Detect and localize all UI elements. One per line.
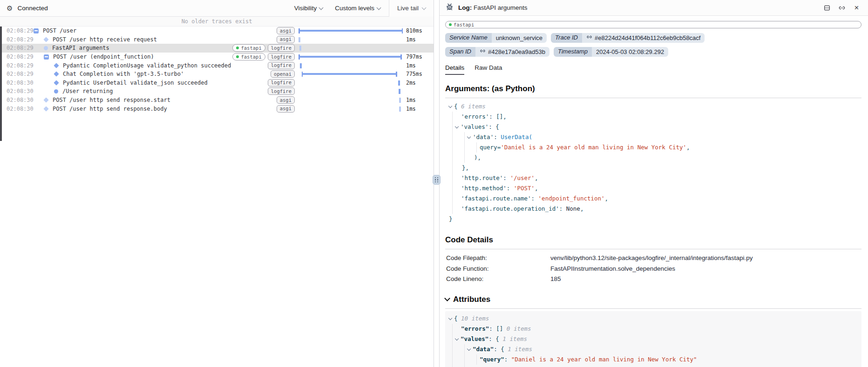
detail-kind-label: Log: xyxy=(458,4,472,11)
expand-chevron-icon[interactable] xyxy=(448,104,452,108)
code-token: }, xyxy=(462,164,469,171)
meta-chip-text: #428e17a0ea9ad53b xyxy=(488,48,545,55)
row-span: POST /user http receive request xyxy=(34,36,277,43)
no-older-traces-banner: No older traces exist xyxy=(0,17,434,27)
arguments-heading: Arguments: (as Python) xyxy=(445,84,861,93)
code-line: "errors": [] 0 items xyxy=(449,324,861,334)
badge-label: logfire xyxy=(271,80,292,85)
badge-label: fastapi xyxy=(241,54,261,60)
row-timestamp: 02:08:29 xyxy=(7,27,34,34)
row-badges: asgi xyxy=(277,105,295,113)
copy-link-icon[interactable] xyxy=(838,4,846,12)
code-token: : { xyxy=(488,335,502,342)
row-timestamp: 02:08:30 xyxy=(7,106,34,112)
indent-guide xyxy=(452,153,453,163)
duration-tick xyxy=(399,89,400,94)
meta-chip-trace-id[interactable]: Trace ID#e8224d24d41f064b112c6eb9cb58cac… xyxy=(551,33,705,43)
minus-square-icon xyxy=(34,28,39,33)
trace-row[interactable]: 02:08:29POST /user http receive requesta… xyxy=(0,35,434,44)
duration-bar-track xyxy=(298,88,403,94)
tab-details[interactable]: Details xyxy=(445,64,464,75)
visibility-menu[interactable]: Visibility xyxy=(294,5,323,12)
panel-resize-handle[interactable] xyxy=(433,175,441,185)
metadata-chips: Service Nameunknown_serviceTrace ID#e822… xyxy=(445,33,808,57)
row-timestamp: 02:08:29 xyxy=(7,71,34,77)
badge-label: asgi xyxy=(280,28,292,33)
trace-row[interactable]: 02:08:29POST /userasgi810ms xyxy=(0,27,434,35)
code-line: ), xyxy=(449,153,861,163)
row-span-name: POST /user http send response.start xyxy=(53,97,170,103)
code-token: , xyxy=(686,144,690,151)
custom-levels-menu[interactable]: Custom levels xyxy=(335,5,380,12)
trace-row[interactable]: 02:08:29POST /user (endpoint_function)fa… xyxy=(0,53,434,61)
row-duration: 797ms xyxy=(403,53,430,60)
meta-chip-label: Service Name xyxy=(445,33,492,43)
code-line: "values": { 1 items xyxy=(449,334,861,344)
duration-tick xyxy=(298,37,300,42)
code-token: 'endpoint_function' xyxy=(538,195,605,202)
code-detail-value: 185 xyxy=(550,274,861,285)
code-line: query='Daniel is a 24 year old man livin… xyxy=(449,142,861,153)
indent-guide xyxy=(464,142,465,153)
trace-row[interactable]: 02:08:30Pydantic UserDetail validate_jso… xyxy=(0,79,434,87)
fastapi-tag-badge[interactable]: fastapi xyxy=(445,21,861,28)
collapse-chevron-icon[interactable] xyxy=(444,295,450,301)
meta-chip-value[interactable]: #428e17a0ea9ad53b xyxy=(475,47,549,57)
bug-icon xyxy=(445,2,454,13)
trace-row[interactable]: 02:08:29Pydantic CompletionUsage validat… xyxy=(0,61,434,70)
left-toolbar: ⚙ Connected Visibility Custom levels Liv… xyxy=(0,0,434,17)
tab-raw-data[interactable]: Raw Data xyxy=(475,64,502,75)
trace-row[interactable]: 02:08:29Chat Completion with 'gpt-3.5-tu… xyxy=(0,70,434,79)
row-duration: 775ms xyxy=(403,71,430,77)
expand-chevron-icon[interactable] xyxy=(455,125,459,128)
live-tail-toggle[interactable]: Live tail xyxy=(389,0,434,17)
indent-guide xyxy=(452,132,453,142)
indent-guide xyxy=(452,365,453,367)
split-panel-icon[interactable] xyxy=(823,4,831,12)
indent-guide xyxy=(452,354,453,365)
indent-guide xyxy=(452,183,453,194)
code-token: : xyxy=(494,133,501,140)
row-badges: fastapilogfire xyxy=(232,44,295,52)
code-token: , xyxy=(605,195,609,202)
expand-chevron-icon[interactable] xyxy=(467,347,471,350)
trace-row[interactable]: 02:08:30/User returninglogfire xyxy=(0,87,434,96)
badge-label: asgi xyxy=(280,36,292,42)
code-line: 'data': UserData( xyxy=(449,132,861,142)
close-icon[interactable]: × xyxy=(853,4,861,12)
expand-chevron-icon[interactable] xyxy=(467,135,471,139)
fastapi-badge: fastapi xyxy=(232,44,265,52)
code-token: : xyxy=(489,325,496,332)
code-detail-value: venv/lib/python3.12/site-packages/logfir… xyxy=(550,253,861,264)
left-scrollbar-thumb[interactable] xyxy=(0,27,2,141)
meta-chip-span-id[interactable]: Span ID#428e17a0ea9ad53b xyxy=(445,47,549,57)
code-line: }, xyxy=(449,163,861,173)
logfire-app: ⚙ Connected Visibility Custom levels Liv… xyxy=(0,0,868,367)
trace-row[interactable]: 02:08:30POST /user http send response.st… xyxy=(0,96,434,105)
row-span: Pydantic CompletionUsage validate_python… xyxy=(34,62,268,69)
expand-chevron-icon[interactable] xyxy=(448,316,452,320)
settings-gear-icon[interactable]: ⚙ xyxy=(7,5,13,12)
code-details-rows: Code Filepath:venv/lib/python3.12/site-p… xyxy=(445,249,861,286)
code-token: , xyxy=(580,205,584,212)
duration-tick xyxy=(399,107,401,112)
trace-row[interactable]: 02:08:30POST /user http send response.bo… xyxy=(0,104,434,113)
indent-guide xyxy=(452,163,453,173)
indent-guide xyxy=(476,354,477,365)
trace-row[interactable]: 02:08:29FastAPI argumentsfastapilogfire xyxy=(0,44,434,53)
row-timestamp: 02:08:29 xyxy=(7,45,34,51)
expand-chevron-icon[interactable] xyxy=(455,336,459,340)
code-token: : xyxy=(531,195,538,202)
indent-guide xyxy=(464,365,465,367)
row-duration: 1ms xyxy=(403,106,430,112)
indent-guide xyxy=(452,324,453,334)
diamond-icon xyxy=(54,63,59,68)
badge-label: logfire xyxy=(271,88,292,94)
duration-bar xyxy=(298,56,402,58)
row-span-name: POST /user xyxy=(43,27,76,34)
code-detail-row: Code Function:FastAPIInstrumentation.sol… xyxy=(446,264,861,274)
meta-chip-text: unknown_service xyxy=(496,34,542,41)
row-duration: 1ms xyxy=(403,62,430,69)
code-token: 'data' xyxy=(473,133,494,140)
meta-chip-value[interactable]: #e8224d24d41f064b112c6eb9cb58cacf xyxy=(582,33,705,43)
